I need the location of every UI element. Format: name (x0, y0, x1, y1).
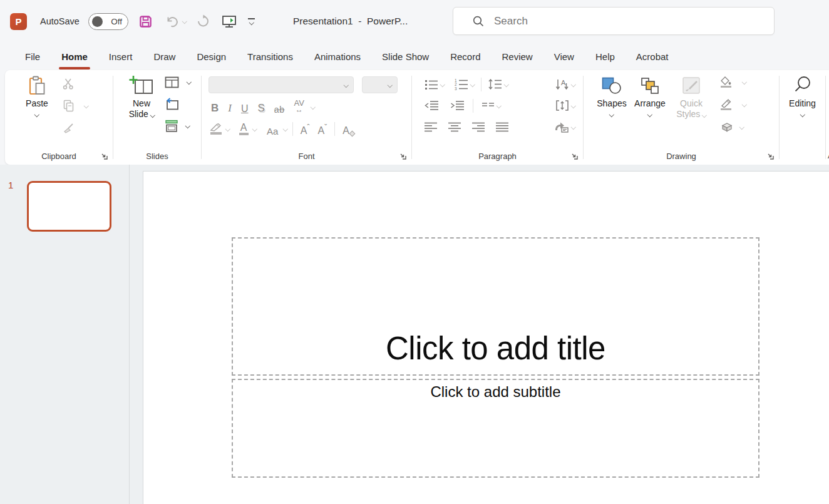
paste-chevron-icon[interactable] (34, 112, 39, 117)
workspace: 1 Click to add title Click to add subtit… (0, 165, 829, 504)
bold-button[interactable]: B (209, 100, 221, 115)
line-spacing-chevron-icon[interactable] (504, 82, 509, 87)
editing-chevron-icon[interactable] (800, 112, 805, 117)
align-text-button[interactable] (554, 97, 577, 115)
clipboard-group-label: Clipboard (41, 152, 76, 161)
tab-animations[interactable]: Animations (304, 43, 371, 70)
reset-slide-button[interactable] (163, 95, 192, 113)
italic-button[interactable]: I (225, 100, 234, 115)
text-shadow-button[interactable]: S (255, 100, 267, 115)
tab-home[interactable]: Home (51, 43, 98, 70)
undo-button[interactable] (163, 14, 180, 29)
shapes-chevron-icon[interactable] (609, 112, 614, 117)
font-color-button[interactable]: A (238, 120, 250, 138)
numbering-chevron-icon[interactable] (470, 82, 475, 87)
slide-thumbnail[interactable] (27, 181, 111, 232)
change-case-chevron-icon[interactable] (283, 126, 288, 131)
bullets-button[interactable] (423, 76, 446, 93)
slide-canvas[interactable]: Click to add title Click to add subtitle (143, 171, 829, 504)
font-dialog-launcher[interactable] (399, 152, 407, 160)
start-slideshow-button[interactable] (220, 13, 238, 30)
tab-transitions[interactable]: Transitions (237, 43, 304, 70)
title-placeholder-text: Click to add title (386, 330, 605, 374)
paste-button[interactable]: Paste (19, 70, 55, 148)
bullets-chevron-icon[interactable] (440, 82, 445, 87)
search-placeholder: Search (494, 15, 528, 28)
section-button[interactable] (163, 116, 192, 135)
redo-button[interactable] (195, 13, 212, 29)
clear-formatting-button[interactable]: A (340, 121, 357, 136)
search-box[interactable]: Search (453, 7, 775, 35)
drawing-dialog-launcher[interactable] (766, 152, 775, 160)
undo-icon (164, 15, 178, 28)
decrease-indent-button[interactable] (423, 97, 441, 115)
smartart-chevron-icon[interactable] (570, 125, 575, 130)
align-center-button[interactable] (446, 118, 463, 136)
character-spacing-button[interactable]: AV ↔ (291, 100, 306, 115)
tab-insert[interactable]: Insert (98, 43, 143, 70)
decrease-font-size-button[interactable]: Aˇ (316, 121, 330, 136)
layout-button[interactable] (163, 73, 192, 91)
format-painter-button[interactable] (61, 119, 90, 138)
tab-review[interactable]: Review (492, 43, 543, 70)
cut-button[interactable] (61, 74, 90, 93)
section-chevron-icon[interactable] (185, 123, 190, 128)
align-text-chevron-icon[interactable] (570, 103, 575, 108)
copy-chevron-icon[interactable] (84, 103, 89, 108)
tab-acrobat[interactable]: Acrobat (626, 43, 679, 70)
increase-font-size-button[interactable]: Aˆ (298, 121, 312, 136)
tab-draw[interactable]: Draw (143, 43, 186, 70)
clipboard-dialog-launcher[interactable] (100, 152, 108, 160)
line-spacing-button[interactable] (487, 76, 510, 93)
change-case-button[interactable]: Aa (264, 121, 281, 136)
shapes-button[interactable]: Shapes (594, 70, 630, 148)
eraser-icon (349, 131, 355, 137)
text-direction-button[interactable]: A (554, 76, 577, 93)
columns-button[interactable] (480, 97, 503, 115)
editing-button[interactable]: Editing (781, 70, 825, 116)
align-right-button[interactable] (470, 118, 487, 136)
shape-outline-button[interactable] (719, 95, 748, 114)
layout-chevron-icon[interactable] (187, 80, 192, 85)
character-spacing-chevron-icon[interactable] (311, 105, 316, 110)
shape-outline-chevron-icon[interactable] (742, 102, 747, 107)
quick-styles-button[interactable]: Quick Styles (670, 70, 713, 148)
arrange-button[interactable]: Arrange (630, 70, 670, 148)
tab-view[interactable]: View (543, 43, 585, 70)
font-color-chevron-icon[interactable] (252, 126, 257, 131)
new-slide-button[interactable]: New Slide (121, 70, 162, 148)
font-name-combo[interactable] (209, 76, 354, 93)
tab-file[interactable]: File (14, 43, 51, 70)
highlight-color-button[interactable] (209, 120, 223, 138)
tab-help[interactable]: Help (585, 43, 626, 70)
save-button[interactable] (137, 13, 154, 30)
shape-fill-button[interactable] (719, 73, 748, 91)
paragraph-dialog-launcher[interactable] (570, 152, 579, 160)
align-left-button[interactable] (423, 118, 440, 136)
strikethrough-button[interactable]: ab (272, 100, 287, 115)
text-direction-chevron-icon[interactable] (570, 82, 575, 87)
shape-effects-button[interactable] (719, 118, 748, 136)
increase-indent-button[interactable] (448, 97, 466, 115)
subtitle-placeholder[interactable]: Click to add subtitle (232, 379, 759, 478)
tab-design[interactable]: Design (186, 43, 237, 70)
autosave-toggle[interactable]: Off (88, 13, 128, 30)
powerpoint-logo-icon[interactable]: P (10, 13, 27, 30)
tab-record[interactable]: Record (440, 43, 491, 70)
underline-button[interactable]: U (239, 100, 251, 115)
highlight-chevron-icon[interactable] (225, 126, 230, 131)
shape-effects-chevron-icon[interactable] (739, 125, 744, 130)
increase-indent-icon (450, 100, 465, 111)
columns-chevron-icon[interactable] (497, 103, 502, 108)
arrange-chevron-icon[interactable] (647, 112, 652, 117)
shape-fill-chevron-icon[interactable] (742, 80, 747, 85)
convert-to-smartart-button[interactable] (552, 118, 577, 136)
customize-qat-button[interactable] (247, 17, 256, 26)
title-placeholder[interactable]: Click to add title (232, 237, 759, 376)
font-size-combo[interactable] (362, 76, 398, 93)
undo-chevron-icon[interactable] (182, 19, 187, 24)
tab-slide-show[interactable]: Slide Show (371, 43, 440, 70)
justify-button[interactable] (494, 118, 511, 136)
numbering-button[interactable]: 123 (453, 76, 476, 93)
copy-button[interactable] (61, 96, 90, 115)
